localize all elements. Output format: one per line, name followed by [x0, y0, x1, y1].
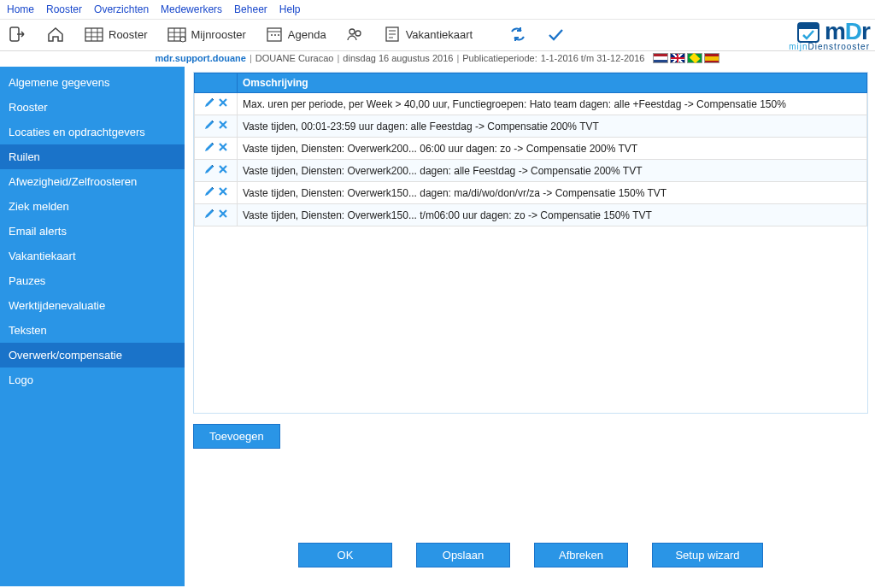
- svg-point-15: [274, 34, 276, 36]
- footer-buttons: OK Opslaan Afbreken Setup wizard: [193, 543, 868, 567]
- delete-icon[interactable]: [217, 208, 229, 220]
- flag-es[interactable]: [704, 53, 719, 63]
- sidebar-item-pauzes[interactable]: Pauzes: [0, 268, 185, 293]
- vakantiekaart-label: Vakantiekaart: [406, 28, 473, 41]
- rules-table-wrapper: Omschrijving Max. uren per periode, per …: [193, 72, 868, 414]
- team-tool[interactable]: [345, 25, 364, 44]
- status-org: DOUANE Curacao: [255, 53, 334, 63]
- row-description: Vaste tijden, Diensten: Overwerk150... d…: [238, 182, 867, 204]
- svg-point-16: [278, 34, 279, 36]
- sidebar-item-locaties[interactable]: Locaties en opdrachtgevers: [0, 120, 185, 144]
- delete-icon[interactable]: [217, 163, 229, 175]
- status-bar: mdr.support.douane | DOUANE Curacao | di…: [0, 51, 875, 67]
- flag-nl[interactable]: [653, 53, 668, 63]
- brand-area: mDr mijnDienstrooster: [789, 18, 870, 51]
- sidebar-item-email[interactable]: Email alerts: [0, 219, 185, 244]
- delete-icon[interactable]: [217, 141, 229, 153]
- logo-subtitle: mijnDienstrooster: [789, 42, 870, 51]
- svg-point-18: [355, 31, 361, 36]
- flag-uk[interactable]: [670, 53, 685, 63]
- table-row: Vaste tijden, Diensten: Overwerk200... d…: [195, 160, 867, 182]
- logout-button[interactable]: [9, 25, 27, 44]
- col-actions: [195, 74, 238, 93]
- save-button[interactable]: Opslaan: [416, 543, 510, 567]
- add-button[interactable]: Toevoegen: [193, 424, 280, 449]
- table-row: Vaste tijden, Diensten: Overwerk200... 0…: [195, 138, 867, 160]
- sidebar-item-teksten[interactable]: Teksten: [0, 318, 185, 343]
- agenda-label: Agenda: [288, 28, 326, 41]
- table-row: Vaste tijden, 00:01-23:59 uur dagen: all…: [195, 115, 867, 138]
- sidebar-item-werktijden[interactable]: Werktijdenevaluatie: [0, 293, 185, 318]
- sidebar: Algemene gegevens Rooster Locaties en op…: [0, 67, 185, 586]
- row-actions: [195, 160, 238, 182]
- table-row: Max. uren per periode, per Week > 40,00 …: [195, 93, 867, 115]
- edit-icon[interactable]: [203, 141, 215, 153]
- row-description: Vaste tijden, Diensten: Overwerk200... 0…: [238, 138, 867, 160]
- menu-rooster[interactable]: Rooster: [46, 3, 82, 15]
- top-menu: Home Rooster Overzichten Medewerkers Beh…: [0, 0, 875, 20]
- sidebar-item-vakantie[interactable]: Vakantiekaart: [0, 244, 185, 268]
- svg-rect-1: [85, 28, 103, 41]
- sidebar-item-ziek[interactable]: Ziek melden: [0, 194, 185, 219]
- mijnrooster-tool[interactable]: Mijnrooster: [167, 25, 246, 44]
- mijnrooster-label: Mijnrooster: [191, 28, 246, 41]
- row-description: Vaste tijden, Diensten: Overwerk200... d…: [238, 160, 867, 182]
- agenda-tool[interactable]: Agenda: [265, 25, 326, 44]
- row-actions: [195, 204, 238, 226]
- col-omschrijving: Omschrijving: [238, 74, 867, 93]
- delete-icon[interactable]: [217, 119, 229, 131]
- home-button[interactable]: [46, 25, 65, 44]
- row-description: Max. uren per periode, per Week > 40,00 …: [238, 93, 867, 115]
- sidebar-item-algemene[interactable]: Algemene gegevens: [0, 70, 185, 95]
- calendar-check-icon: [796, 19, 821, 44]
- row-description: Vaste tijden, 00:01-23:59 uur dagen: all…: [238, 115, 867, 138]
- svg-point-11: [180, 37, 185, 42]
- table-row: Vaste tijden, Diensten: Overwerk150... d…: [195, 182, 867, 204]
- rooster-tool[interactable]: Rooster: [84, 25, 148, 44]
- row-actions: [195, 182, 238, 204]
- pubperiod-label: Publicatieperiode:: [462, 53, 537, 63]
- edit-icon[interactable]: [203, 97, 215, 109]
- check-tool[interactable]: [546, 25, 565, 44]
- svg-rect-24: [798, 23, 819, 29]
- svg-point-17: [349, 29, 355, 34]
- delete-icon[interactable]: [217, 97, 229, 109]
- sidebar-item-logo[interactable]: Logo: [0, 368, 185, 392]
- sync-tool[interactable]: [508, 25, 527, 44]
- cancel-button[interactable]: Afbreken: [534, 543, 628, 567]
- sidebar-item-rooster[interactable]: Rooster: [0, 95, 185, 120]
- row-actions: [195, 115, 238, 138]
- vakantiekaart-tool[interactable]: Vakantiekaart: [383, 25, 473, 44]
- sidebar-item-overwerk[interactable]: Overwerk/compensatie: [0, 343, 185, 368]
- edit-icon[interactable]: [203, 119, 215, 131]
- flag-br[interactable]: [687, 53, 702, 63]
- edit-icon[interactable]: [203, 185, 215, 197]
- row-actions: [195, 138, 238, 160]
- edit-icon[interactable]: [203, 163, 215, 175]
- status-user: mdr.support.douane: [156, 53, 246, 63]
- table-row: Vaste tijden, Diensten: Overwerk150... t…: [195, 204, 867, 226]
- row-actions: [195, 93, 238, 115]
- menu-medewerkers[interactable]: Medewerkers: [161, 3, 222, 15]
- edit-icon[interactable]: [203, 208, 215, 220]
- delete-icon[interactable]: [217, 185, 229, 197]
- row-description: Vaste tijden, Diensten: Overwerk150... t…: [238, 204, 867, 226]
- menu-beheer[interactable]: Beheer: [234, 3, 267, 15]
- sidebar-item-afwezigheid[interactable]: Afwezigheid/Zelfroosteren: [0, 169, 185, 194]
- main-content: Omschrijving Max. uren per periode, per …: [185, 67, 875, 586]
- lang-flags: [653, 53, 719, 63]
- pubperiod: 1-1-2016 t/m 31-12-2016: [541, 53, 645, 63]
- svg-point-14: [271, 34, 273, 36]
- rules-table: Omschrijving Max. uren per periode, per …: [194, 73, 867, 226]
- wizard-button[interactable]: Setup wizard: [652, 543, 763, 567]
- status-date: dinsdag 16 augustus 2016: [343, 53, 453, 63]
- rooster-label: Rooster: [109, 28, 148, 41]
- ok-button[interactable]: OK: [298, 543, 392, 567]
- sidebar-item-ruilen[interactable]: Ruilen: [0, 144, 185, 169]
- menu-overzichten[interactable]: Overzichten: [94, 3, 149, 15]
- toolbar: Rooster Mijnrooster Agenda Vakantiekaart…: [0, 20, 875, 51]
- menu-home[interactable]: Home: [7, 3, 34, 15]
- menu-help[interactable]: Help: [279, 3, 301, 15]
